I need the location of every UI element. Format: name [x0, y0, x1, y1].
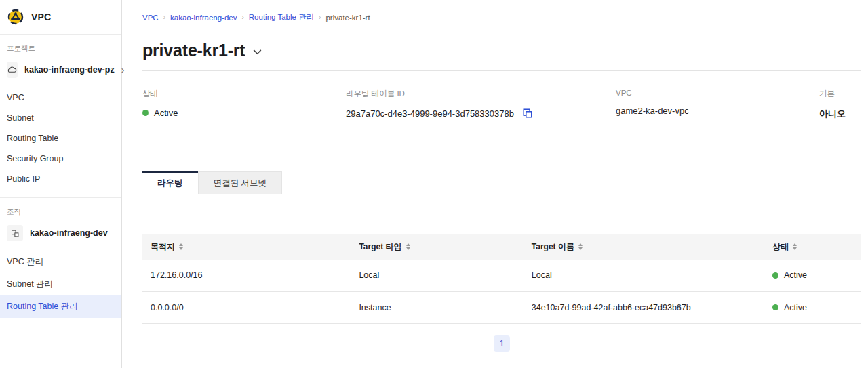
- status-text: Active: [154, 108, 178, 118]
- routing-table-id-text: 29a7a70c-d4e3-4999-9e94-3d758330378b: [346, 108, 514, 119]
- detail-default-value: 아니오: [819, 108, 861, 120]
- sidebar-item-routing-table-manage[interactable]: Routing Table 관리: [0, 295, 121, 318]
- org-name: kakao-infraeng-dev: [30, 228, 115, 238]
- service-title: VPC: [31, 12, 51, 22]
- sidebar-item-vpc-manage[interactable]: VPC 관리: [0, 251, 121, 273]
- detail-status-label: 상태: [142, 89, 346, 99]
- title-row: private-kr1-rt: [142, 41, 861, 60]
- project-selector[interactable]: kakao-infraeng-dev-pz ›: [0, 58, 121, 82]
- sort-icon[interactable]: [179, 243, 183, 250]
- routing-table: 목적지 Target 타입 Target 이름 상태: [142, 234, 861, 324]
- column-target-name: Target 이름: [524, 234, 764, 260]
- org-section-label: 조직: [0, 198, 121, 221]
- detail-default: 기본 아니오: [819, 89, 861, 120]
- tab-routing[interactable]: 라우팅: [142, 171, 198, 194]
- table-row[interactable]: 172.16.0.0/16 Local Local Active: [142, 260, 861, 291]
- org-nav: VPC 관리 Subnet 관리 Routing Table 관리: [0, 245, 121, 326]
- cell-target-name: 34e10a7d-99ad-42af-abb6-eca47d93b67b: [524, 291, 764, 323]
- sidebar-item-security-group[interactable]: Security Group: [0, 148, 121, 169]
- sidebar-header: VPC: [0, 0, 121, 34]
- cloud-icon: [7, 62, 18, 78]
- sidebar: VPC 프로젝트 kakao-infraeng-dev-pz › VPC Sub…: [0, 0, 122, 368]
- breadcrumb-project[interactable]: kakao-infraeng-dev: [170, 14, 237, 22]
- app-window: VPC 프로젝트 kakao-infraeng-dev-pz › VPC Sub…: [0, 0, 868, 368]
- breadcrumb-current: private-kr1-rt: [326, 14, 370, 22]
- project-name: kakao-infraeng-dev-pz: [24, 65, 115, 75]
- column-target-type: Target 타입: [351, 234, 523, 260]
- sidebar-item-subnet-manage[interactable]: Subnet 관리: [0, 273, 121, 295]
- sidebar-item-vpc[interactable]: VPC: [0, 87, 121, 108]
- tab-connected-subnets[interactable]: 연결된 서브넷: [198, 171, 282, 194]
- detail-vpc: VPC game2-ka-dev-vpc: [616, 89, 819, 120]
- organization-icon: [7, 225, 23, 241]
- detail-status: 상태 Active: [142, 89, 346, 120]
- cell-destination: 0.0.0.0/0: [142, 291, 351, 323]
- chevron-down-icon[interactable]: [253, 49, 262, 55]
- column-status: 상태: [764, 234, 861, 260]
- detail-routing-table-id: 라우팅 테이블 ID 29a7a70c-d4e3-4999-9e94-3d758…: [346, 89, 616, 120]
- status-dot-icon: [142, 110, 149, 116]
- header-divider: [142, 70, 861, 71]
- cell-target-type: Local: [351, 260, 523, 291]
- page-title: private-kr1-rt: [142, 41, 245, 60]
- tab-bar: 라우팅 연결된 서브넷: [142, 171, 861, 194]
- breadcrumb: VPC › kakao-infraeng-dev › Routing Table…: [142, 0, 861, 22]
- sidebar-item-routing-table[interactable]: Routing Table: [0, 128, 121, 148]
- table-row[interactable]: 0.0.0.0/0 Instance 34e10a7d-99ad-42af-ab…: [142, 291, 861, 323]
- status-dot-icon: [772, 304, 778, 310]
- status-dot-icon: [772, 272, 778, 279]
- breadcrumb-vpc[interactable]: VPC: [142, 14, 159, 22]
- sort-icon[interactable]: [406, 243, 410, 250]
- sort-icon[interactable]: [578, 243, 583, 250]
- detail-id-label: 라우팅 테이블 ID: [346, 89, 616, 99]
- detail-default-label: 기본: [819, 89, 861, 99]
- main-content: VPC › kakao-infraeng-dev › Routing Table…: [122, 0, 868, 368]
- vpc-service-logo-icon: [7, 8, 24, 26]
- sidebar-item-public-ip[interactable]: Public IP: [0, 169, 121, 189]
- column-destination: 목적지: [142, 234, 351, 260]
- breadcrumb-separator-icon: ›: [163, 14, 165, 21]
- cell-destination: 172.16.0.0/16: [142, 260, 351, 291]
- sidebar-item-subnet[interactable]: Subnet: [0, 108, 121, 128]
- cell-target-name: Local: [524, 260, 764, 291]
- project-section-label: 프로젝트: [0, 35, 121, 58]
- detail-vpc-label: VPC: [616, 89, 819, 97]
- project-nav: VPC Subnet Routing Table Security Group …: [0, 82, 121, 197]
- sort-icon[interactable]: [793, 243, 797, 250]
- pagination: 1: [142, 335, 861, 352]
- detail-vpc-value: game2-ka-dev-vpc: [616, 106, 819, 116]
- detail-panel: 상태 Active 라우팅 테이블 ID 29a7a70c-d4e3-4999-…: [142, 89, 861, 120]
- breadcrumb-separator-icon: ›: [319, 14, 321, 21]
- breadcrumb-routing-table-manage[interactable]: Routing Table 관리: [249, 12, 314, 22]
- org-selector[interactable]: kakao-infraeng-dev: [0, 221, 121, 245]
- copy-icon[interactable]: [522, 108, 533, 119]
- table-header-row: 목적지 Target 타입 Target 이름 상태: [142, 234, 861, 260]
- cell-status: Active: [764, 260, 861, 291]
- cell-status: Active: [764, 291, 861, 323]
- page-1-button[interactable]: 1: [494, 335, 510, 352]
- cell-target-type: Instance: [351, 291, 523, 323]
- detail-id-value: 29a7a70c-d4e3-4999-9e94-3d758330378b: [346, 108, 616, 119]
- breadcrumb-separator-icon: ›: [241, 14, 243, 21]
- detail-status-value: Active: [142, 108, 346, 118]
